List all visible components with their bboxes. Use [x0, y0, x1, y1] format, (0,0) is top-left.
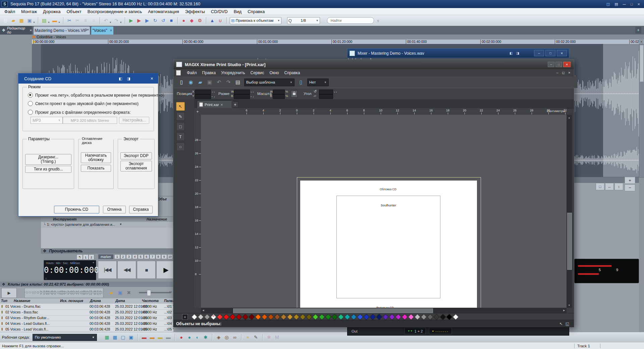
gnudb-tags-button[interactable]: Теги из gnudb...: [25, 166, 71, 173]
main-menu-item[interactable]: Воспроизведение и запись: [85, 9, 145, 14]
color-swatch[interactable]: [198, 314, 204, 320]
delete-icon[interactable]: ✖: [125, 289, 132, 296]
mixer-master-plugin-slot[interactable]: ● -------: [429, 328, 452, 334]
spinner-icon[interactable]: ◂ ▸: [334, 91, 337, 93]
size-w-field[interactable]: [234, 90, 250, 94]
no-color-swatch[interactable]: ×: [182, 314, 188, 320]
marker-button-8[interactable]: 8: [156, 254, 161, 259]
transport-rewind-button[interactable]: ◀◀: [117, 261, 136, 279]
save-project-icon[interactable]: ▣: [25, 16, 34, 24]
crosshair-icon[interactable]: +: [194, 108, 201, 115]
scroll-up-arrow-icon[interactable]: ▲: [639, 39, 644, 44]
snap-combo[interactable]: ⊞ Привязка к объектам ▼: [230, 17, 281, 24]
zoom-range-icon[interactable]: □: [596, 183, 604, 190]
ball-red-icon[interactable]: ●: [178, 334, 185, 341]
mdi-minimize-icon[interactable]: ─: [556, 71, 558, 74]
color-swatch[interactable]: [363, 314, 369, 320]
metronome-icon[interactable]: ▲: [208, 16, 216, 24]
print-menu-item[interactable]: Упорядочить: [218, 70, 248, 75]
ball-teal-icon[interactable]: ●: [186, 334, 193, 341]
mixer-minimize-button[interactable]: ─: [534, 50, 544, 56]
color-swatch[interactable]: [223, 314, 229, 320]
clips-column-header[interactable]: Частота: [142, 299, 159, 303]
help-button[interactable]: Справка: [129, 206, 153, 213]
ball-teal-2-icon[interactable]: ◐: [194, 334, 201, 341]
undo-icon[interactable]: ↶: [102, 16, 110, 24]
instrument-empty-row[interactable]: └ 1: <пусто> (щелкните для добавления и.…: [41, 222, 173, 228]
cover-caption[interactable]: Обложка CD: [336, 188, 440, 191]
dithering-button[interactable]: Дизеринг...(Triang.): [25, 154, 71, 165]
record-icon[interactable]: ●: [180, 16, 188, 24]
scroll-down-arrow-icon[interactable]: ▼: [567, 303, 572, 307]
cd-cover-object[interactable]: Soulhunter: [336, 196, 440, 298]
color-swatch[interactable]: [401, 314, 408, 320]
text-tool[interactable]: T: [176, 132, 185, 141]
chevron-down-icon[interactable]: ▼: [92, 261, 95, 265]
freehand-tool[interactable]: ✎: [176, 112, 185, 121]
loop-range-icon[interactable]: ↺: [159, 16, 167, 24]
chevron-down-icon[interactable]: ▼: [58, 21, 60, 23]
color-swatch[interactable]: [261, 314, 267, 320]
color-swatch[interactable]: [389, 314, 395, 320]
disabled-flower-icon[interactable]: ✱: [265, 334, 273, 341]
clips-column-header[interactable]: Дата: [115, 299, 125, 303]
selector-tool[interactable]: ↖: [176, 102, 185, 111]
burn-cd-button[interactable]: Прожечь CD: [54, 206, 99, 213]
window-layout-icon[interactable]: ◧: [119, 77, 122, 81]
main-menu-item[interactable]: Файл: [1, 9, 18, 14]
print-menu-item[interactable]: Окно: [267, 70, 282, 75]
cut-disabled-icon[interactable]: ✂: [73, 16, 82, 24]
main-menu-item[interactable]: Дорожка: [40, 9, 63, 14]
close-icon[interactable]: ×: [221, 103, 223, 107]
print-menu-item[interactable]: Сервис: [248, 70, 267, 75]
tab-voices[interactable]: "Voices" ×: [91, 27, 113, 35]
size-h-field[interactable]: [234, 94, 250, 99]
color-swatch[interactable]: [414, 314, 420, 320]
mixer-maximize-button[interactable]: □: [545, 50, 555, 56]
player-range-1-button[interactable]: 1: [83, 254, 89, 260]
open-from-disc-icon[interactable]: ◉: [187, 78, 195, 86]
color-swatch[interactable]: [236, 314, 242, 320]
maximize-button[interactable]: □: [631, 2, 633, 6]
child-layout-icon[interactable]: ▤: [614, 2, 618, 6]
color-swatch[interactable]: [268, 314, 274, 320]
player-back-button[interactable]: ↰: [76, 254, 83, 260]
document-page[interactable]: Обложка CD Soulhunter Вкладыш CD Soulhun…: [300, 181, 477, 308]
folder-icon[interactable]: ▰: [108, 289, 115, 296]
redo-icon[interactable]: ↷: [112, 16, 120, 24]
color-swatch[interactable]: [408, 314, 414, 320]
search-icon[interactable]: ⌕: [375, 17, 381, 23]
cover-title-text[interactable]: Soulhunter: [337, 203, 440, 207]
color-swatch[interactable]: [306, 314, 312, 320]
spinner-icon[interactable]: ◂ ▸: [251, 91, 254, 93]
quantize-combo[interactable]: Q 1/8 ▼: [287, 17, 320, 24]
export-ddp-button[interactable]: Экспорт DDP: [120, 152, 152, 159]
clips-column-header[interactable]: Название: [14, 299, 30, 303]
color-swatch[interactable]: [376, 314, 382, 320]
angle-field[interactable]: [319, 90, 333, 94]
template-page-icon[interactable]: ▯: [297, 78, 305, 86]
clips-column-header[interactable]: Длина: [90, 299, 101, 303]
pointer-status-icon[interactable]: ↖: [559, 321, 563, 326]
color-swatch[interactable]: [452, 314, 459, 320]
workspace-monitor-icon[interactable]: ▢: [119, 334, 127, 341]
new-document-tab-button[interactable]: +: [232, 101, 238, 108]
new-object-icon[interactable]: ▬: [51, 16, 59, 24]
new-document-icon[interactable]: ▯: [177, 78, 185, 86]
loop-link-icon[interactable]: ∞: [169, 289, 172, 294]
print-cover-button[interactable]: Напечататьобложку: [81, 152, 111, 163]
transport-stop-button[interactable]: ■: [137, 261, 156, 279]
marker-button-3[interactable]: 3: [126, 254, 132, 259]
color-swatch[interactable]: [370, 314, 376, 320]
main-menu-item[interactable]: Объект: [64, 9, 85, 14]
mdi-restore-icon[interactable]: ◱: [562, 71, 565, 74]
position-y-field[interactable]: [195, 94, 211, 99]
volume-slider[interactable]: [139, 292, 171, 293]
keypad-gray-icon[interactable]: ▬: [165, 334, 172, 341]
new-tab-button[interactable]: +: [635, 27, 641, 34]
zoom-out-button[interactable]: −: [625, 184, 635, 191]
workspace-table-icon[interactable]: ▦: [111, 334, 119, 341]
print-vertical-scrollbar[interactable]: ▲ ▼: [567, 115, 572, 308]
print-menu-item[interactable]: Правка: [200, 70, 219, 75]
main-menu-item[interactable]: Автоматизация: [145, 9, 182, 14]
